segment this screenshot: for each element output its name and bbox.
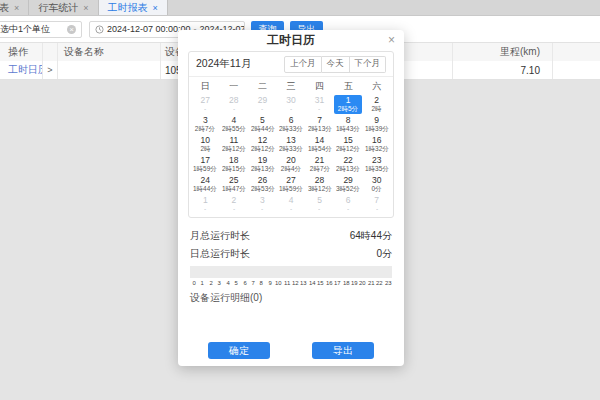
weekday-label: 六 [362,80,391,93]
calendar-day-cell[interactable]: 21 2時7分 [306,155,334,174]
calendar-day-cell[interactable]: 8 1時43分 [334,115,362,134]
hour-label: 20 [359,280,366,286]
calendar-day-duration: - [233,105,235,112]
calendar-day-cell[interactable]: 2 2時 [363,95,391,114]
calendar-day-cell[interactable]: 3 - [249,195,277,214]
confirm-button[interactable]: 确定 [208,342,270,359]
calendar-day-cell[interactable]: 1 2時5分 [334,95,362,114]
calendar-day-cell[interactable]: 29 3時52分 [334,175,362,194]
calendar-day-duration: 2時7分 [310,165,330,172]
calendar-day-cell[interactable]: 7 2時13分 [306,115,334,134]
calendar-day-number: 5 [260,115,265,125]
calendar-day-cell[interactable]: 24 1時44分 [192,175,220,194]
hour-label: 18 [342,280,349,286]
today-button[interactable]: 今天 [322,56,350,73]
cell-device-name [58,61,161,79]
calendar-day-cell[interactable]: 14 1時54分 [306,135,334,154]
calendar-day-cell[interactable]: 6 - [334,195,362,214]
calendar-day-cell[interactable]: 19 2時13分 [249,155,277,174]
calendar-day-cell[interactable]: 1 - [192,195,220,214]
modal-title: 工时日历 [267,32,315,49]
device-detail-label: 设备运行明细(0) [190,291,392,305]
calendar-day-cell[interactable]: 29 - [249,95,277,114]
calendar-day-cell[interactable]: 23 1時35分 [363,155,391,174]
calendar-day-cell[interactable]: 5 2時44分 [249,115,277,134]
calendar-day-number: 18 [229,155,238,165]
calendar-month-label: 2024年11月 [196,57,251,71]
calendar-day-cell[interactable]: 25 1時47分 [220,175,248,194]
calendar-day-duration: 1時59分 [279,185,303,192]
prev-month-button[interactable]: 上个月 [284,56,322,73]
calendar-day-number: 7 [317,115,322,125]
calendar-day-cell[interactable]: 18 2時15分 [220,155,248,174]
clear-icon[interactable]: × [67,25,76,34]
calendar-day-number: 10 [201,135,210,145]
calendar-day-cell[interactable]: 15 2時12分 [334,135,362,154]
calendar-day-duration: 2時33分 [279,145,303,152]
tab-close-icon[interactable]: × [153,3,158,13]
calendar-day-number: 6 [346,195,351,205]
calendar-day-cell[interactable]: 22 2時13分 [334,155,362,174]
calendar-day-cell[interactable]: 26 2時53分 [249,175,277,194]
calendar-day-duration: 2時 [372,105,382,112]
calendar-day-cell[interactable]: 12 2時12分 [249,135,277,154]
weekday-label: 日 [191,80,220,93]
calendar-day-cell[interactable]: 5 - [306,195,334,214]
calendar-day-cell[interactable]: 2 - [220,195,248,214]
calendar-day-cell[interactable]: 17 1時59分 [192,155,220,174]
calendar-day-cell[interactable]: 31 - [306,95,334,114]
page-tab[interactable]: 表 × [0,0,29,15]
calendar-day-cell[interactable]: 27 - [192,95,220,114]
calendar-day-cell[interactable]: 16 1時32分 [363,135,391,154]
hour-label: 7 [250,280,257,286]
page-tab[interactable]: 工时报表 × [99,0,168,15]
calendar-day-duration: 2時13分 [308,125,332,132]
calendar-day-number: 29 [258,95,267,105]
calendar-day-number: 27 [201,95,210,105]
calendar-day-duration: 2時33分 [279,125,303,132]
calendar-day-cell[interactable]: 9 1時39分 [363,115,391,134]
calendar-day-cell[interactable]: 30 0分 [363,175,391,194]
calendar-day-number: 3 [203,115,208,125]
tab-close-icon[interactable]: × [14,3,19,13]
calendar-day-cell[interactable]: 28 3時12分 [306,175,334,194]
close-icon[interactable]: × [388,33,395,47]
weekday-row: 日一二三四五六 [189,76,393,94]
calendar-day-number: 5 [317,195,322,205]
calendar-day-duration: 1時43分 [336,125,360,132]
hour-label: 5 [233,280,240,286]
weekday-label: 五 [334,80,363,93]
page-tab[interactable]: 行车统计 × [29,0,98,15]
hour-label: 21 [367,280,374,286]
tab-close-icon[interactable]: × [83,3,88,13]
modal-header: 工时日历 × [178,30,404,51]
calendar-day-cell[interactable]: 27 1時59分 [277,175,305,194]
weekday-label: 一 [220,80,249,93]
calendar-day-cell[interactable]: 4 2時55分 [220,115,248,134]
calendar-day-number: 3 [260,195,265,205]
totals-section: 月总运行时长 64時44分 日总运行时长 0分 [190,227,392,263]
calendar-day-cell[interactable]: 4 - [277,195,305,214]
export-button-modal[interactable]: 导出 [312,342,374,359]
calendar-day-cell[interactable]: 11 2時12分 [220,135,248,154]
hour-label: 22 [376,280,383,286]
row-expand-icon[interactable]: > [47,65,52,75]
calendar-day-cell[interactable]: 7 - [363,195,391,214]
calendar-day-cell[interactable]: 10 2時 [192,135,220,154]
calendar-day-cell[interactable]: 6 2時33分 [277,115,305,134]
calendar-day-cell[interactable]: 3 2時7分 [192,115,220,134]
hour-label: 4 [224,280,231,286]
calendar-day-cell[interactable]: 20 2時4分 [277,155,305,174]
work-hours-calendar-link[interactable]: 工时日历 [8,63,43,77]
calendar-day-duration: - [290,205,292,212]
calendar-day-cell[interactable]: 13 2時33分 [277,135,305,154]
calendar-day-number: 19 [258,155,267,165]
next-month-button[interactable]: 下个月 [350,56,387,73]
hour-ruler-track [190,266,392,278]
calendar-day-duration: 1時32分 [365,145,389,152]
calendar-day-duration: 2時55分 [222,125,246,132]
calendar-day-cell[interactable]: 30 - [277,95,305,114]
weekday-label: 四 [305,80,334,93]
unit-filter-input[interactable]: 选中1个单位 × [0,21,82,38]
calendar-day-cell[interactable]: 28 - [220,95,248,114]
